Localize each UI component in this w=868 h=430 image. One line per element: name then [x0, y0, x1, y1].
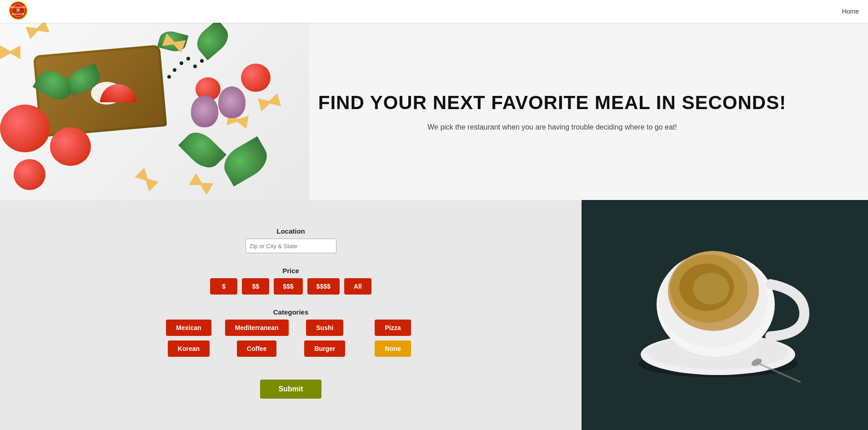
hero-section: FIND YOUR NEXT FAVORITE MEAL IN SECONDS!…: [0, 23, 868, 200]
pepper-dot: [186, 57, 190, 60]
pepper-dot: [200, 59, 204, 63]
leaf-4: [218, 136, 273, 187]
pepper-dot: [173, 68, 176, 72]
category-grid: Mexican Mediterranean Sushi Pizza Korean…: [157, 320, 425, 357]
svg-point-14: [693, 273, 729, 305]
location-group: Location: [246, 227, 336, 253]
category-mexican[interactable]: Mexican: [166, 320, 211, 336]
svg-text:🎰: 🎰: [16, 8, 20, 12]
price-buttons: $ $$ $$$ $$$$ All: [210, 278, 371, 295]
price-button-all[interactable]: All: [344, 278, 371, 295]
pepper-dot: [180, 61, 183, 65]
coffee-scene: [582, 200, 868, 430]
category-sushi[interactable]: Sushi: [306, 320, 343, 336]
category-none[interactable]: None: [375, 340, 411, 357]
tomato-2: [50, 127, 91, 166]
coffee-svg: [582, 200, 868, 430]
hero-text-area: FIND YOUR NEXT FAVORITE MEAL IN SECONDS!…: [236, 91, 868, 131]
home-link[interactable]: Home: [842, 8, 859, 15]
pepper-dot: [193, 65, 197, 68]
location-input[interactable]: [246, 239, 336, 253]
price-group: Price $ $$ $$$ $$$$ All: [210, 267, 371, 295]
logo: RESTAURANT 🎰 ROULETTE: [9, 1, 27, 21]
navbar: RESTAURANT 🎰 ROULETTE Home: [0, 0, 868, 23]
categories-group: Categories Mexican Mediterranean Sushi P…: [157, 308, 425, 357]
hero-title: FIND YOUR NEXT FAVORITE MEAL IN SECONDS!: [255, 91, 850, 114]
pepper-dot: [167, 75, 171, 79]
category-korean[interactable]: Korean: [168, 340, 210, 357]
tomato-1: [0, 105, 50, 152]
tomato-3: [14, 159, 45, 190]
category-burger[interactable]: Burger: [304, 340, 345, 357]
submit-button[interactable]: Submit: [260, 380, 321, 399]
leaf-6: [191, 23, 234, 60]
location-label: Location: [276, 227, 305, 235]
price-button-1[interactable]: $: [210, 278, 237, 295]
category-mediterranean[interactable]: Mediterranean: [225, 320, 289, 336]
main-content: Location Price $ $$ $$$ $$$$ All Categor…: [0, 200, 868, 430]
price-button-2[interactable]: $$: [242, 278, 269, 295]
price-button-4[interactable]: $$$$: [307, 278, 340, 295]
pasta-4: [189, 173, 214, 195]
category-coffee[interactable]: Coffee: [237, 340, 277, 357]
right-image-section: [582, 200, 868, 430]
categories-label: Categories: [273, 308, 309, 316]
tomato-5: [241, 64, 271, 92]
pasta-7: [135, 167, 159, 191]
garlic-1: [191, 95, 218, 127]
form-section: Location Price $ $$ $$$ $$$$ All Categor…: [0, 200, 582, 430]
hero-subtitle: We pick the restaurant when you are havi…: [255, 123, 850, 131]
price-button-3[interactable]: $$$: [274, 278, 302, 295]
svg-text:ROULETTE: ROULETTE: [12, 13, 25, 15]
price-label: Price: [282, 267, 299, 275]
category-pizza[interactable]: Pizza: [375, 320, 411, 336]
leaf-3: [178, 126, 226, 174]
pasta-6: [25, 23, 50, 40]
pasta-1: [0, 45, 20, 59]
